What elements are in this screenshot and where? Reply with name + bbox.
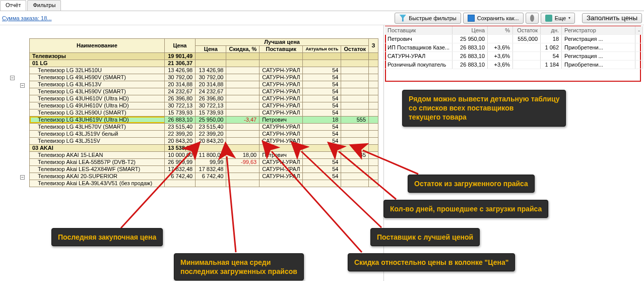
table-row[interactable]: Розничный покупатель26 883,10+3,6%1 184П… bbox=[385, 61, 643, 69]
col-actuality-header[interactable]: Актуальн ость bbox=[303, 45, 341, 52]
table-row[interactable]: Телевизор LG 43LH570V (SMART)23 515,4023… bbox=[30, 123, 378, 130]
table-row[interactable]: Телевизор AKAI 15-LEAN10 000,0011 800,00… bbox=[30, 151, 378, 158]
col-discount-header[interactable]: Скидка, % bbox=[226, 45, 260, 52]
table-row[interactable]: Телевизор LG 43LJ515V20 843,2020 843,20С… bbox=[30, 137, 378, 144]
cell bbox=[369, 109, 378, 116]
cell: Телевизор LG 32LH510U bbox=[30, 67, 165, 74]
cell: САТУРН-УРАЛ bbox=[260, 165, 303, 173]
col-buy-header[interactable]: З bbox=[369, 38, 378, 52]
table-row[interactable]: 03 AKAI13 538,22 bbox=[30, 144, 378, 151]
table-row[interactable]: 01 LG21 306,37 bbox=[30, 60, 378, 67]
more-button[interactable]: Еще ▾ bbox=[541, 13, 575, 24]
cell: Регистрация ... bbox=[562, 52, 635, 61]
cell bbox=[226, 67, 260, 74]
cell bbox=[369, 173, 378, 180]
table-row[interactable]: Телевизор Akai LEA-39L43/V51 (без продаж… bbox=[30, 180, 378, 187]
col-best-price-group[interactable]: Лучшая цена bbox=[196, 38, 369, 45]
filter-icon bbox=[399, 15, 406, 22]
cell bbox=[341, 67, 369, 74]
cell bbox=[341, 52, 369, 60]
cell: Телевизор LG 43LJ519V белый bbox=[30, 130, 165, 137]
cell bbox=[369, 158, 378, 165]
cell bbox=[369, 137, 378, 144]
cell bbox=[369, 116, 378, 123]
cell: 19 901,49 bbox=[164, 52, 195, 60]
cell bbox=[226, 130, 260, 137]
table-row[interactable]: Телевизор LG 49UH610V (Ultra HD)30 722,1… bbox=[30, 102, 378, 109]
cell: 54 bbox=[303, 137, 341, 144]
quick-filters-button[interactable]: Быстрые фильтры bbox=[395, 13, 461, 24]
cell: 10 000,00 bbox=[164, 151, 195, 158]
table-row[interactable]: Телевизор LG 32LH510U13 426,9813 426,98С… bbox=[30, 67, 378, 74]
table-row[interactable]: Телевизор LG 43LH590V (SMART)24 232,6724… bbox=[30, 88, 378, 95]
sup-col-days[interactable]: дн. bbox=[541, 26, 562, 35]
sup-col-remainder[interactable]: Остаток bbox=[513, 26, 541, 35]
cell: 15 739,93 bbox=[196, 109, 226, 116]
order-sum-link[interactable]: Сумма заказа: 18... bbox=[2, 15, 52, 21]
cell: 54 bbox=[303, 102, 341, 109]
cell: САТУРН-УРАЛ bbox=[385, 52, 453, 61]
table-row[interactable]: Телевизор AKAI 20-SUPERIOR6 742,406 742,… bbox=[30, 173, 378, 180]
tab-filters[interactable]: Фильтры bbox=[27, 0, 61, 11]
cell bbox=[226, 60, 260, 67]
save-as-button[interactable]: Сохранить как... bbox=[463, 13, 524, 24]
sup-col-price[interactable]: Цена bbox=[453, 26, 488, 35]
cell bbox=[369, 74, 378, 81]
cell: 20 843,20 bbox=[196, 137, 226, 144]
table-row[interactable]: Телевизоры19 901,49 bbox=[30, 52, 378, 60]
table-row[interactable]: Телевизор LG 43UH610V (Ultra HD)26 396,8… bbox=[30, 95, 378, 102]
tree-toggle[interactable]: − bbox=[10, 76, 15, 80]
gear-icon bbox=[530, 15, 534, 22]
sup-col-extra[interactable]: - bbox=[635, 26, 643, 35]
tree-toggle[interactable]: − bbox=[20, 175, 25, 180]
cell bbox=[341, 74, 369, 81]
cell: Телевизор AKAI 20-SUPERIOR bbox=[30, 173, 165, 180]
table-row[interactable]: Телевизор Akai LES-42X84WF (SMART)17 832… bbox=[30, 165, 378, 173]
table-row[interactable]: Телевизор LG 32LH590U (SMART)15 739,9315… bbox=[30, 109, 378, 116]
cell: Приобретени... bbox=[562, 61, 635, 69]
cell: 23 515,40 bbox=[164, 123, 195, 130]
col-supplier-header[interactable]: Поставщик bbox=[260, 45, 303, 52]
tree-toggle[interactable]: − bbox=[20, 83, 25, 88]
cell bbox=[303, 151, 341, 158]
table-row[interactable]: Телевизор LG 43LH513V20 314,8820 314,88С… bbox=[30, 81, 378, 88]
col-price-header[interactable]: Цена bbox=[164, 38, 195, 52]
settings-button[interactable] bbox=[526, 13, 539, 24]
sup-col-registrar[interactable]: Регистратор bbox=[562, 26, 635, 35]
cell bbox=[196, 60, 226, 67]
table-row[interactable]: ИП Поставщиков Казе...26 883,10+3,6%1 06… bbox=[385, 43, 643, 52]
cell bbox=[341, 165, 369, 173]
cell: 555 bbox=[341, 116, 369, 123]
cell: Телевизор Akai LES-42X84WF (SMART) bbox=[30, 165, 165, 173]
cell bbox=[303, 52, 341, 60]
report-table[interactable]: Наименование Цена Лучшая цена З Цена Ски… bbox=[29, 25, 378, 187]
table-row[interactable]: Петрович25 950,00555,00018Регистрация ..… bbox=[385, 35, 643, 43]
col-name-header[interactable]: Наименование bbox=[30, 38, 165, 52]
table-row[interactable]: Телевизор Akai LEA-55B57P (DVB-T2)26 999… bbox=[30, 158, 378, 165]
col-remainder-header[interactable]: Остаток bbox=[341, 45, 369, 52]
callout-last-price: Последняя закупочная цена bbox=[51, 228, 163, 246]
cell: САТУРН-УРАЛ bbox=[260, 109, 303, 116]
table-row[interactable]: Телевизор LG 49LH590V (SMART)30 792,0030… bbox=[30, 74, 378, 81]
cell: САТУРН-УРАЛ bbox=[260, 81, 303, 88]
cell bbox=[226, 52, 260, 60]
col-bprice-header[interactable]: Цена bbox=[196, 45, 226, 52]
table-row[interactable]: Телевизор LG 43UH619V (Ultra HD)26 883,1… bbox=[30, 116, 378, 123]
cell bbox=[341, 88, 369, 95]
cell bbox=[513, 43, 541, 52]
cell: САТУРН-УРАЛ bbox=[260, 88, 303, 95]
fill-prices-button[interactable]: Заполнить цены bbox=[582, 13, 642, 23]
table-row[interactable]: САТУРН-УРАЛ26 883,10+3,6%54Регистрация .… bbox=[385, 52, 643, 61]
sup-col-supplier[interactable]: Поставщик bbox=[385, 26, 453, 35]
tab-report[interactable]: Отчёт bbox=[0, 0, 26, 11]
cell: 54 bbox=[303, 74, 341, 81]
cell: 54 bbox=[303, 109, 341, 116]
suppliers-table[interactable]: Поставщик Цена % Остаток дн. Регистратор… bbox=[385, 26, 643, 69]
table-row[interactable]: Телевизор LG 43LJ519V белый22 399,2022 3… bbox=[30, 130, 378, 137]
cell: САТУРН-УРАЛ bbox=[260, 67, 303, 74]
cell: 23 515,40 bbox=[196, 123, 226, 130]
cell bbox=[260, 60, 303, 67]
cell bbox=[369, 95, 378, 102]
cell: 13 426,98 bbox=[196, 67, 226, 74]
sup-col-pct[interactable]: % bbox=[488, 26, 513, 35]
